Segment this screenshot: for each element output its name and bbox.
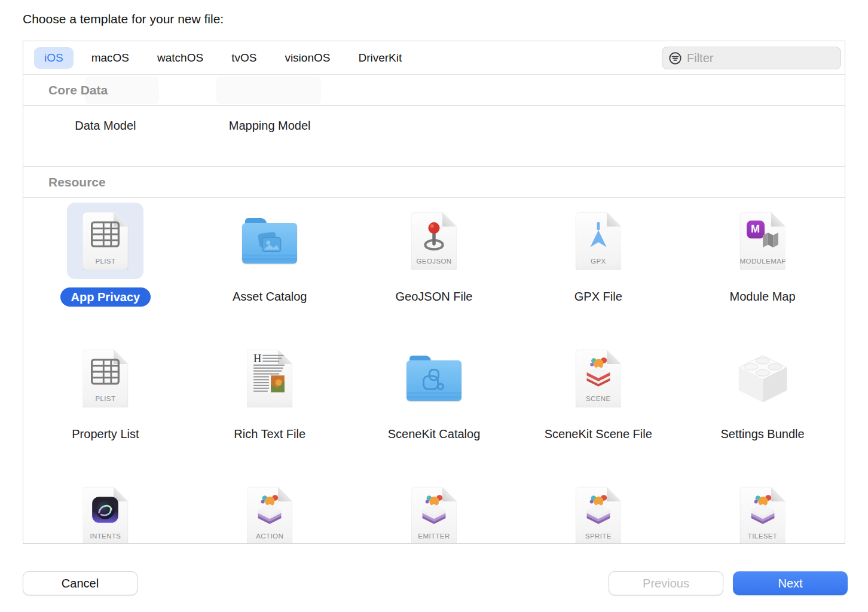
doc-badge: TILESET [740,533,786,540]
template-item-module-map[interactable]: M MODULEMAP Module Map [680,198,845,335]
table-grid-icon [91,221,120,247]
3d-object-icon [420,368,448,393]
tab-driverkit[interactable]: DriverKit [348,47,412,69]
plist-document-icon: PLIST [82,212,128,270]
icon-area: TILESET [725,478,801,544]
template-item-geojson-file[interactable]: GEOJSON GeoJSON File [352,198,516,335]
folder-body [242,223,297,264]
template-label: Mapping Model [229,117,311,135]
folder-body [407,360,461,401]
icon-area: EMITTER [396,478,472,544]
template-item-sprite[interactable]: SPRITE [516,473,680,544]
icon-area: GEOJSON [396,203,472,279]
template-label: SceneKit Scene File [545,425,652,443]
rtf-document-icon [247,350,292,408]
section-header-resource: Resource [23,167,845,198]
blue-folder-icon [242,218,297,264]
tab-ios[interactable]: iOS [34,47,74,69]
scrolled-item-ghost [216,76,321,104]
core-data-items-row: Data Model Mapping Model [23,106,845,167]
location-arrow-icon [584,221,613,251]
empty-cell [352,106,516,166]
template-label: Data Model [75,117,136,135]
template-item-rich-text-file[interactable]: Rich Text File [188,335,352,473]
template-label: Asset Catalog [233,287,307,306]
template-item-asset-catalog[interactable]: Asset Catalog [188,198,352,335]
empty-cell [680,106,845,166]
module-map-icon: M [747,221,779,248]
section-title: Core Data [48,83,108,97]
modulemap-document-icon: M MODULEMAP [740,212,786,270]
photos-icon [255,231,285,255]
emitter-document-icon: EMITTER [411,487,457,544]
table-grid-icon [91,359,120,385]
template-label: Rich Text File [234,425,305,443]
section-header-core-data: Core Data [23,75,845,106]
template-label: SceneKit Catalog [388,425,481,443]
icon-area: PLIST [67,340,143,417]
template-item-settings-bundle[interactable]: Settings Bundle [680,335,845,473]
icon-area: INTENTS [67,478,143,544]
template-row: PLIST App Privacy Asset Catalog [23,198,845,335]
spritekit-layers-icon [747,493,778,525]
template-item-mapping-model[interactable]: Mapping Model [188,106,352,166]
blue-folder-icon [407,356,461,401]
folded-map-icon [762,231,779,248]
filter-field[interactable] [662,47,841,69]
spritekit-layers-icon [583,493,614,525]
icon-area [231,203,308,279]
tab-macos[interactable]: macOS [81,47,139,69]
icon-area [231,340,308,417]
icon-area: SCENE [560,340,637,417]
tileset-document-icon: TILESET [740,487,786,544]
filter-circle-icon [668,51,682,65]
previous-button[interactable]: Previous [609,571,723,595]
template-label: Property List [72,425,139,443]
template-chooser-panel: iOS macOS watchOS tvOS visionOS DriverKi… [23,41,845,544]
next-button[interactable]: Next [733,571,848,595]
scene-document-icon: SCENE [576,350,621,408]
doc-badge: SCENE [576,395,621,402]
icon-area [725,340,801,417]
dialog-title: Choose a template for your new file: [23,12,224,26]
template-label: GeoJSON File [396,287,473,306]
scenekit-layers-icon [583,356,614,388]
icon-selection-highlight: PLIST [67,203,143,279]
empty-cell [516,106,680,166]
template-item-intents[interactable]: INTENTS [23,473,188,544]
doc-badge: SPRITE [576,533,621,540]
siri-icon [91,496,119,524]
intents-document-icon: INTENTS [82,487,128,544]
doc-badge: EMITTER [411,533,457,540]
map-pin-icon [420,221,448,251]
template-item-action[interactable]: ACTION [188,473,352,544]
doc-badge: PLIST [82,258,128,265]
cancel-button[interactable]: Cancel [23,571,137,595]
template-row: PLIST Property List Rich Text File [23,335,845,473]
icon-area [396,340,472,417]
template-item-tileset[interactable]: TILESET [680,473,845,544]
tab-tvos[interactable]: tvOS [221,47,267,69]
tab-visionos[interactable]: visionOS [274,47,340,69]
plist-document-icon: PLIST [82,350,128,408]
doc-badge: PLIST [82,395,128,402]
lego-brick-icon [735,353,790,404]
icon-area: GPX [560,203,637,279]
template-item-gpx-file[interactable]: GPX GPX File [516,198,680,335]
template-item-scenekit-scene-file[interactable]: SCENE SceneKit Scene File [516,335,680,473]
geojson-document-icon: GEOJSON [411,212,457,270]
gpx-document-icon: GPX [576,212,621,270]
doc-badge: INTENTS [82,533,128,540]
template-label-selected: App Privacy [60,287,151,307]
rich-text-preview-icon [253,352,286,395]
tab-watchos[interactable]: watchOS [147,47,213,69]
template-item-scenekit-catalog[interactable]: SceneKit Catalog [352,335,516,473]
filter-input[interactable] [687,51,835,65]
spritekit-layers-icon [418,493,450,525]
template-item-app-privacy[interactable]: PLIST App Privacy [23,198,188,335]
doc-badge: ACTION [247,533,292,540]
template-item-data-model[interactable]: Data Model [23,106,188,166]
template-item-property-list[interactable]: PLIST Property List [23,335,188,473]
template-item-emitter[interactable]: EMITTER [352,473,516,544]
platform-tab-bar: iOS macOS watchOS tvOS visionOS DriverKi… [23,41,845,75]
